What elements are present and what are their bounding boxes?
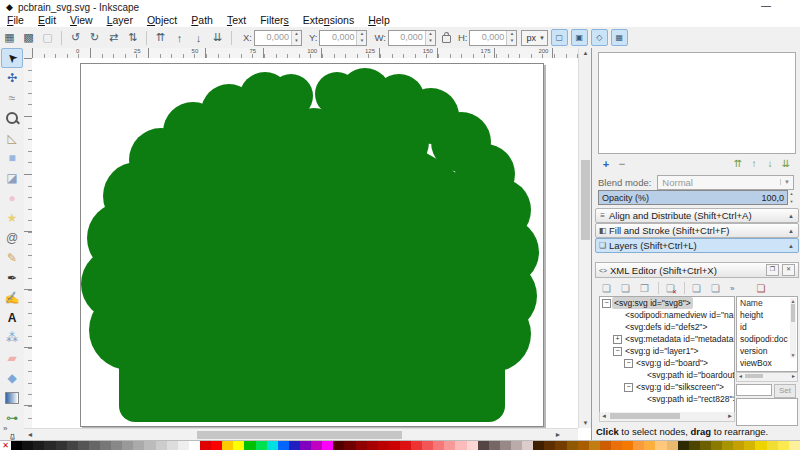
collapse-icon[interactable]: − [602,299,611,308]
spin-down-icon[interactable]: ▼ [507,38,516,45]
xml-tree-row[interactable]: <svg:path id="rect828"> [600,393,734,405]
unindent-node-button[interactable]: ❏ [688,280,705,297]
color-swatch[interactable] [67,441,78,450]
color-swatch[interactable] [389,441,400,450]
color-swatch[interactable] [533,441,544,450]
duplicate-node-button[interactable]: ❐ [636,280,653,297]
attribute-hscroll-thumb[interactable] [745,374,763,378]
collapse-icon[interactable]: − [613,347,622,356]
color-swatch[interactable] [711,441,722,450]
xml-tree-row[interactable]: −<svg:g id="silkscreen"> [600,381,734,393]
remove-layer-button[interactable]: − [614,157,630,171]
color-swatch[interactable] [544,441,555,450]
color-swatch[interactable] [667,441,678,450]
color-swatch[interactable] [267,441,278,450]
color-swatch[interactable] [755,441,766,450]
color-swatch[interactable] [767,441,778,450]
menu-layer[interactable]: Layer [100,14,140,27]
color-swatch[interactable] [433,441,444,450]
menu-file[interactable]: File [0,14,31,27]
xml-tree-row[interactable]: −<svg:g id="layer1"> [600,345,734,357]
select-all-layers-button[interactable]: ▩ [20,29,37,46]
attribute-hscrollbar[interactable]: ◄ ► [736,372,798,382]
color-swatch[interactable] [700,441,711,450]
color-swatch[interactable] [89,441,100,450]
lock-width-height-ratio-icon[interactable] [442,35,451,43]
attribute-row[interactable]: height [737,309,797,321]
tool-spray[interactable]: ⁂ [1,328,23,348]
raise-to-top-button[interactable]: ⇈ [152,29,169,46]
flip-vertical-button[interactable]: ⇅ [124,29,141,46]
color-swatch[interactable] [111,441,122,450]
color-swatch[interactable] [478,441,489,450]
color-swatch[interactable] [567,441,578,450]
color-swatch[interactable] [344,441,355,450]
swatch-none[interactable]: ✕ [0,441,11,450]
color-swatch[interactable] [200,441,211,450]
xml-tree-row[interactable]: −<svg:svg id="svg8"> [600,297,734,309]
color-swatch[interactable] [233,441,244,450]
xml-tree-row[interactable]: <svg:defs id="defs2"> [600,321,734,333]
lower-layer-button[interactable]: ↓ [762,157,778,171]
color-swatch[interactable] [678,441,689,450]
attribute-value-box[interactable] [736,398,798,426]
color-swatch[interactable] [322,441,333,450]
color-swatch[interactable] [644,441,655,450]
new-text-node-button[interactable]: ❏ [617,280,634,297]
xml-tree-row[interactable]: −<svg:g id="board"> [600,357,734,369]
color-swatch[interactable] [378,441,389,450]
color-swatch[interactable] [555,441,566,450]
add-layer-button[interactable]: + [598,157,614,171]
color-swatch[interactable] [156,441,167,450]
tool-star[interactable]: ★ [1,208,23,228]
menu-edit[interactable]: Edit [31,14,63,27]
xml-tree-hscroll-thumb[interactable] [610,413,680,419]
section-layers[interactable]: ❏Layers (Shift+Ctrl+L)▲ [595,238,799,253]
spin-up-icon[interactable]: ▲ [426,31,435,38]
color-swatch[interactable] [733,441,744,450]
delete-attribute-button[interactable]: ❏ [752,280,769,297]
x-spinner[interactable]: ▲▼ [291,31,301,45]
opacity-spinner[interactable]: ▲▼ [788,190,795,205]
vertical-scrollbar[interactable]: ▲ ▼ [578,48,592,428]
menu-help[interactable]: Help [361,14,397,27]
color-swatch[interactable] [622,441,633,450]
blend-mode-select[interactable]: Normal ▼ [657,175,794,190]
canvas-viewport[interactable] [32,58,578,428]
scroll-down-arrow[interactable]: ▼ [790,352,796,358]
color-swatch[interactable] [122,441,133,450]
y-spinner[interactable]: ▲▼ [356,31,366,45]
spin-up-icon[interactable]: ▲ [507,31,516,38]
lower-layer-to-bottom-button[interactable]: ⇊ [778,157,794,171]
tool-node[interactable]: ✣ [1,68,23,88]
flip-horizontal-button[interactable]: ⇄ [105,29,122,46]
affect-patterns-toggle[interactable]: ▦ [611,29,628,46]
color-swatch[interactable] [211,441,222,450]
y-field[interactable]: 0,000▲▼ [319,30,367,46]
color-swatch[interactable] [744,441,755,450]
section-fill-stroke[interactable]: ◧Fill and Stroke (Shift+Ctrl+F)▲ [595,223,799,238]
color-swatch[interactable] [167,441,178,450]
color-swatch[interactable] [22,441,33,450]
attribute-vscrollbar[interactable]: ▲ ▼ [790,298,796,358]
affect-corners-toggle[interactable]: ▣ [571,29,588,46]
tool-spiral[interactable]: @ [1,228,23,248]
affect-stroke-toggle[interactable]: ▢ [551,29,568,46]
tool-bezier-pen[interactable]: ✒ [1,268,23,288]
toolbox-overflow-button[interactable]: » [3,424,7,433]
color-swatch[interactable] [633,441,644,450]
new-element-node-button[interactable]: ❏ [598,280,615,297]
lower-button[interactable]: ↓ [190,29,207,46]
tool-rectangle[interactable]: ■ [1,148,23,168]
color-swatch[interactable] [489,441,500,450]
color-swatch[interactable] [222,441,233,450]
color-swatch[interactable] [655,441,666,450]
attribute-row[interactable]: version [737,345,797,357]
color-swatch[interactable] [356,441,367,450]
delete-node-button[interactable]: ❏✕ [662,280,679,297]
indent-node-button[interactable]: ❏ [707,280,724,297]
color-swatch[interactable] [578,441,589,450]
tool-tweak[interactable]: ≈ [1,88,23,108]
spin-down-icon[interactable]: ▼ [292,38,301,45]
xml-close-button[interactable]: ✕ [782,264,795,276]
